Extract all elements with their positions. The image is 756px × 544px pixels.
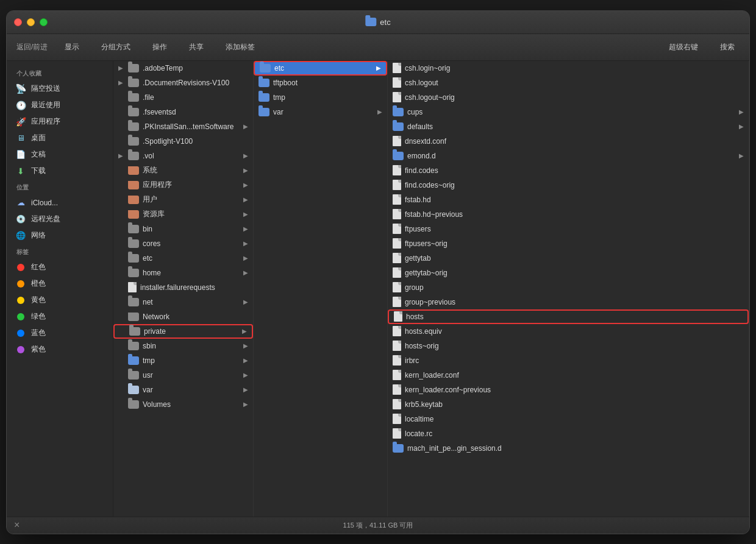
minimize-button[interactable]	[27, 18, 35, 26]
list-item[interactable]: ▶ .vol ▶	[113, 149, 253, 163]
list-item[interactable]: csh.login~orig	[388, 61, 749, 76]
file-name: krb5.keytab	[405, 400, 744, 409]
list-item[interactable]: group~previous	[388, 295, 749, 309]
sidebar-item-tag-orange[interactable]: 橙色	[9, 276, 110, 292]
file-name: fstab.hd	[405, 196, 744, 204]
list-item[interactable]: ▶ sbin ▶	[113, 339, 253, 353]
list-item[interactable]: find.codes~orig	[388, 178, 749, 193]
file-name: csh.login~orig	[405, 64, 744, 72]
sidebar-item-downloads[interactable]: ⬇ 下载	[9, 163, 110, 179]
list-item-private[interactable]: ▶ private ▶	[113, 324, 253, 339]
maximize-button[interactable]	[40, 18, 48, 26]
list-item[interactable]: ▶ net ▶	[113, 295, 253, 309]
desktop-icon: 🖥	[15, 133, 26, 144]
list-item[interactable]: ▶ .file	[113, 90, 253, 105]
file-name: .file	[143, 93, 248, 102]
group-button[interactable]: 分组方式	[96, 40, 135, 55]
list-item[interactable]: ▶ installer.failurerequests	[113, 280, 253, 295]
sidebar-item-tag-red[interactable]: 红色	[9, 260, 110, 275]
list-item[interactable]: fstab.hd	[388, 193, 749, 207]
file-name: emond.d	[407, 152, 735, 160]
share-button[interactable]: 共享	[184, 40, 209, 55]
file-name: net	[143, 298, 240, 306]
list-item[interactable]: ▶ Volumes ▶	[113, 397, 253, 412]
list-item-etc-selected[interactable]: etc ▶	[254, 61, 387, 76]
close-button[interactable]	[14, 18, 22, 26]
sidebar-item-label-desktop: 桌面	[31, 133, 46, 143]
list-item[interactable]: ▶ .DocumentRevisions-V100	[113, 76, 253, 90]
list-item[interactable]: ▶ 用户 ▶	[113, 193, 253, 207]
sidebar-item-apps[interactable]: 🚀 应用程序	[9, 114, 110, 130]
list-item[interactable]: ▶ var ▶	[113, 383, 253, 397]
sidebar-item-docs[interactable]: 📄 文稿	[9, 147, 110, 163]
list-item[interactable]: ▶ cores ▶	[113, 236, 253, 251]
list-item[interactable]: tmp	[254, 90, 387, 105]
list-item[interactable]: kern_loader.conf~previous	[388, 383, 749, 397]
list-item[interactable]: ▶ home ▶	[113, 266, 253, 280]
actions-button[interactable]: 操作	[148, 40, 172, 55]
list-item[interactable]: kern_loader.conf	[388, 368, 749, 383]
list-item[interactable]: hosts.equiv	[388, 324, 749, 339]
list-item[interactable]: ftpusers	[388, 222, 749, 236]
search-button[interactable]: 搜索	[715, 40, 740, 55]
list-item[interactable]: csh.logout	[388, 76, 749, 90]
column-3: csh.login~orig csh.logout csh.logout~ori…	[388, 61, 749, 517]
sidebar-item-network[interactable]: 🌐 网络	[9, 228, 110, 244]
sidebar-item-tag-blue[interactable]: 蓝色	[9, 325, 110, 341]
sidebar-item-icloud[interactable]: ☁ iCloud...	[9, 195, 110, 211]
list-item[interactable]: csh.logout~orig	[388, 90, 749, 105]
list-item[interactable]: locate.rc	[388, 426, 749, 441]
file-name: ftpusers~orig	[405, 239, 744, 248]
list-item[interactable]: ▶ .adobeTemp	[113, 61, 253, 76]
list-item[interactable]: emond.d ▶	[388, 149, 749, 163]
sidebar-item-tag-green[interactable]: 绿色	[9, 309, 110, 325]
list-item[interactable]: tftpboot	[254, 76, 387, 90]
file-name: locate.rc	[405, 429, 744, 438]
display-button[interactable]: 显示	[60, 40, 84, 55]
list-item[interactable]: ▶ .fseventsd	[113, 105, 253, 119]
list-item[interactable]: gettytab~orig	[388, 266, 749, 280]
file-name: tmp	[143, 356, 240, 365]
list-item[interactable]: fstab.hd~previous	[388, 207, 749, 222]
list-item[interactable]: hosts~orig	[388, 339, 749, 353]
file-name: cups	[407, 108, 735, 116]
sidebar-item-tag-purple[interactable]: 紫色	[9, 342, 110, 358]
list-item[interactable]: ▶ bin ▶	[113, 222, 253, 236]
list-item[interactable]: defaults ▶	[388, 119, 749, 134]
file-name-hosts: hosts	[406, 313, 743, 321]
list-item[interactable]: ▶ 应用程序 ▶	[113, 178, 253, 193]
sidebar-item-recent[interactable]: 🕐 最近使用	[9, 97, 110, 113]
list-item[interactable]: ▶ etc ▶	[113, 251, 253, 266]
list-item[interactable]: ▶ usr ▶	[113, 368, 253, 383]
list-item[interactable]: dnsextd.conf	[388, 134, 749, 149]
list-item[interactable]: ▶ .Spotlight-V100	[113, 134, 253, 149]
list-item-hosts[interactable]: hosts	[388, 309, 749, 324]
list-item[interactable]: krb5.keytab	[388, 397, 749, 412]
list-item[interactable]: var ▶	[254, 105, 387, 119]
sidebar-item-disk[interactable]: 💿 远程光盘	[9, 211, 110, 227]
sidebar-item-tag-yellow[interactable]: 黄色	[9, 292, 110, 308]
list-item[interactable]: ▶ tmp ▶	[113, 353, 253, 368]
tag-yellow-icon	[15, 295, 26, 306]
list-item[interactable]: localtime	[388, 412, 749, 426]
list-item[interactable]: cups ▶	[388, 105, 749, 119]
file-name: etc	[274, 64, 373, 72]
add-tag-button[interactable]: 添加标签	[221, 40, 260, 55]
close-icon[interactable]: ×	[14, 520, 20, 531]
file-name: tftpboot	[273, 79, 382, 87]
nav-button[interactable]: 返回/前进	[16, 42, 48, 52]
list-item[interactable]: ▶ .PKInstallSan...temSoftware ▶	[113, 119, 253, 134]
list-item[interactable]: group	[388, 280, 749, 295]
sidebar-item-airdrop[interactable]: 📡 隔空投送	[9, 81, 110, 97]
list-item[interactable]: ftpusers~orig	[388, 236, 749, 251]
list-item[interactable]: irbrc	[388, 353, 749, 368]
list-item[interactable]: mach_init_pe...gin_session.d	[388, 441, 749, 456]
file-name: defaults	[407, 122, 735, 131]
list-item[interactable]: ▶ 系统 ▶	[113, 163, 253, 178]
list-item[interactable]: gettytab	[388, 251, 749, 266]
list-item-find-codes[interactable]: find.codes	[388, 163, 749, 178]
list-item[interactable]: ▶ 资源库 ▶	[113, 207, 253, 222]
sidebar-item-desktop[interactable]: 🖥 桌面	[9, 130, 110, 146]
list-item[interactable]: ▶ Network	[113, 309, 253, 324]
super-key-button[interactable]: 超级右键	[664, 40, 703, 55]
